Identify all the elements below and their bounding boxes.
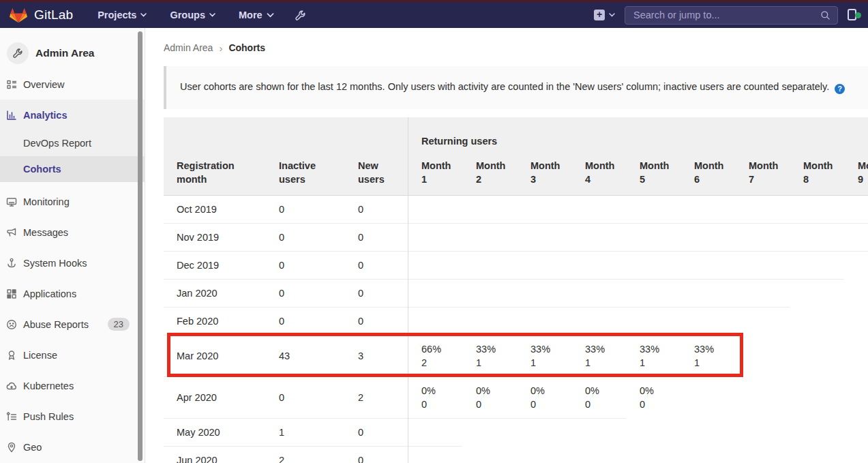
sidebar-item-messages[interactable]: Messages: [0, 217, 145, 248]
sidebar-scrollbar[interactable]: [138, 31, 143, 461]
breadcrumb-admin-area-link[interactable]: Admin Area: [164, 42, 213, 53]
push-rules-icon: [6, 411, 17, 422]
returning-users-month-cell: [626, 252, 680, 280]
admin-wrench-button[interactable]: [295, 10, 306, 21]
sidebar-item-label: Cohorts: [23, 164, 61, 175]
sidebar-item-label: Push Rules: [23, 411, 74, 422]
sidebar-item-label: Applications: [23, 288, 76, 299]
overview-icon: [6, 79, 17, 90]
sidebar-item-kubernetes[interactable]: Kubernetes: [0, 370, 145, 401]
table-row: May 202010: [164, 419, 868, 447]
analytics-icon: [6, 110, 17, 121]
column-header-month: Month 3: [517, 159, 571, 195]
returning-users-month-cell: 0%0: [626, 377, 680, 419]
returning-users-month-cell: [517, 280, 571, 308]
sidebar-item-label: Messages: [23, 227, 68, 238]
registration-month-cell: Nov 2019: [164, 224, 266, 252]
top-navbar: GitLab Projects Groups More +: [0, 2, 868, 28]
returning-users-month-cell: 0%0: [462, 377, 517, 419]
menu-more[interactable]: More: [239, 10, 274, 20]
sidebar-item-devops-report[interactable]: DevOps Report: [0, 130, 145, 156]
new-users-cell: 0: [345, 308, 408, 335]
search-icon: [820, 10, 830, 20]
month-header-label: Month 5: [640, 160, 669, 185]
returning-users-month-cell: [680, 280, 735, 308]
inactive-users-cell: 0: [266, 252, 345, 280]
sidebar-item-analytics[interactable]: Analytics: [0, 100, 145, 130]
returning-users-month-cell: 66%2: [408, 335, 462, 377]
gitlab-home-link[interactable]: GitLab: [10, 7, 73, 24]
registration-month-cell: Mar 2020: [164, 335, 266, 377]
admin-area-header[interactable]: Admin Area: [0, 28, 145, 69]
returning-users-month-cell: [462, 196, 517, 224]
monitoring-icon: [6, 196, 17, 207]
table-row: Apr 2020020%00%00%00%00%0: [164, 377, 868, 419]
registration-month-cell: Apr 2020: [164, 377, 266, 419]
returning-users-month-cell: [680, 308, 735, 335]
sidebar-item-abuse-reports[interactable]: Abuse Reports 23: [0, 309, 145, 340]
sidebar-item-applications[interactable]: Applications: [0, 278, 145, 309]
sidebar-item-overview[interactable]: Overview: [0, 69, 145, 100]
main-content: Admin Area › Cohorts User cohorts are sh…: [145, 28, 868, 463]
returning-users-month-cell: 33%1: [517, 335, 571, 377]
new-item-dropdown[interactable]: +: [594, 10, 615, 20]
breadcrumb: Admin Area › Cohorts: [164, 28, 868, 57]
month-header-label: Month 4: [585, 160, 614, 185]
retention-count: 1: [694, 356, 735, 370]
chevron-down-icon: [609, 13, 615, 17]
returning-users-header-region: Returning users Month 1Month 2Month 3Mon…: [408, 117, 868, 195]
month-header-label: Month 2: [476, 160, 505, 185]
inactive-users-cell: 43: [266, 335, 345, 377]
location-pin-icon: [6, 442, 17, 453]
sidebar-item-geo[interactable]: Geo: [0, 432, 145, 462]
returning-users-month-cell: [571, 280, 626, 308]
returning-users-month-cell: [571, 308, 626, 335]
sidebar-item-license[interactable]: License: [0, 340, 145, 370]
returning-users-month-cell: [408, 308, 462, 335]
returning-users-month-cell: [735, 196, 790, 224]
returning-users-month-cell: [571, 224, 626, 252]
new-users-cell: 0: [345, 196, 408, 224]
search-box[interactable]: [625, 6, 838, 25]
month-header-label: Month 3: [530, 160, 560, 185]
table-row: Feb 202000: [164, 308, 868, 335]
new-users-cell: 0: [345, 447, 408, 463]
returning-users-month-cell: 0%0: [408, 377, 462, 419]
sidebar-item-label: Geo: [23, 442, 42, 453]
sidebar-item-monitoring[interactable]: Monitoring: [0, 186, 145, 217]
returning-users-month-cell: 0%0: [517, 377, 571, 419]
returning-users-month-cell: [790, 224, 844, 252]
sidebar-item-label: License: [23, 350, 57, 361]
search-input[interactable]: [633, 10, 820, 20]
banner-text: User cohorts are shown for the last 12 m…: [180, 81, 829, 92]
month-header-label: Month 1: [421, 160, 451, 185]
sidebar-nav: Overview Analytics DevOps Report Cohorts: [0, 69, 145, 462]
help-icon[interactable]: ?: [835, 84, 845, 94]
retention-count: 0: [640, 398, 680, 411]
retention-percent: 0%: [476, 384, 517, 398]
sidebar-section-analytics: Analytics DevOps Report Cohorts: [0, 100, 145, 182]
retention-count: 1: [476, 356, 517, 370]
sidebar-item-label: DevOps Report: [23, 138, 91, 149]
retention-percent: 33%: [585, 342, 626, 356]
table-row: Oct 201900: [164, 196, 868, 224]
chevron-down-icon: [140, 13, 147, 17]
sidebar-item-cohorts[interactable]: Cohorts: [0, 156, 145, 182]
sidebar-item-system-hooks[interactable]: System Hooks: [0, 248, 145, 278]
new-users-cell: 0: [345, 419, 408, 447]
sidebar-item-push-rules[interactable]: Push Rules: [0, 401, 145, 432]
returning-users-month-cell: [408, 419, 462, 447]
returning-users-month-cell: 33%1: [680, 335, 735, 377]
menu-groups[interactable]: Groups: [170, 10, 215, 20]
registration-month-cell: Oct 2019: [164, 196, 266, 224]
returning-users-month-cell: [462, 280, 517, 308]
chevron-down-icon: [209, 13, 215, 17]
returning-users-month-cell: [571, 252, 626, 280]
menu-projects[interactable]: Projects: [98, 10, 147, 20]
todos-icon[interactable]: [848, 8, 858, 22]
returning-users-month-cell: [626, 280, 680, 308]
returning-users-month-cell: [517, 308, 571, 335]
retention-percent: 0%: [585, 384, 626, 398]
returning-users-month-cell: [844, 196, 868, 224]
applications-icon: [6, 288, 17, 299]
